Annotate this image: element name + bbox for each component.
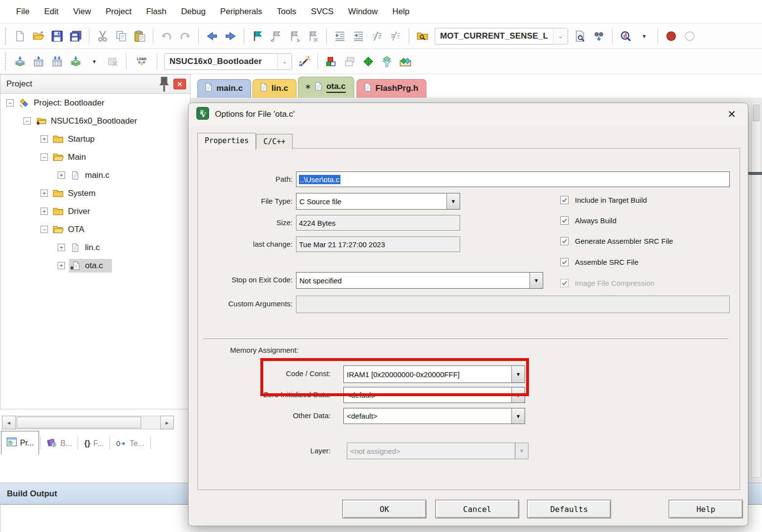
pack-installer-icon[interactable] [359, 52, 378, 71]
editor-tab-main-c[interactable]: main.c [197, 79, 251, 98]
bookmark-toggle-icon[interactable] [248, 27, 267, 45]
checkbox-always-build[interactable]: Always Build [560, 216, 616, 225]
checkbox-assemble-src-file[interactable]: Assemble SRC File [560, 258, 638, 266]
scrollbar-thumb[interactable] [753, 105, 760, 121]
checkbox-include-in-target-build[interactable]: Include in Target Build [560, 196, 647, 204]
stop-build-icon[interactable] [104, 52, 122, 71]
panel-tab-b[interactable]: ?B... [42, 433, 77, 454]
dropdown-caret-icon[interactable]: ▼ [635, 27, 654, 45]
tree-item-ota[interactable]: −OTA [0, 220, 190, 238]
other-data-combo[interactable]: <default>▼ [343, 408, 525, 424]
cut-icon[interactable] [93, 27, 112, 45]
horizontal-scrollbar[interactable]: ◄ ► [2, 415, 174, 430]
comment-icon[interactable] [368, 27, 386, 45]
expand-icon[interactable]: + [58, 244, 65, 251]
menu-tools[interactable]: Tools [270, 5, 304, 19]
bookmark-next-icon[interactable] [285, 27, 304, 45]
cancel-button[interactable]: Cancel [435, 500, 519, 518]
collapse-icon[interactable]: − [41, 226, 48, 233]
tree-item-body[interactable]: lin.c [69, 241, 108, 255]
panel-tab-te[interactable]: 0Te... [111, 433, 149, 454]
collapse-icon[interactable]: − [6, 99, 14, 106]
paste-icon[interactable] [130, 27, 149, 45]
panel-tab-pr[interactable]: Pr... [1, 431, 39, 454]
ok-button[interactable]: OK [342, 500, 426, 518]
tree-item-system[interactable]: +System [0, 184, 190, 202]
dialog-tab-c-c-[interactable]: C/C++ [256, 134, 293, 149]
checkbox-check-icon[interactable] [560, 258, 569, 266]
menu-svcs[interactable]: SVCS [304, 5, 341, 19]
tree-item-body[interactable]: main.c [69, 169, 118, 182]
tree-item-ota-c[interactable]: +ota.c [0, 256, 190, 275]
combo-arrow-icon[interactable]: ▼ [511, 387, 525, 403]
custom-arguments-input[interactable] [296, 296, 730, 313]
save-icon[interactable] [48, 27, 66, 45]
open-folder-icon[interactable] [29, 27, 48, 45]
tree-item-body[interactable]: Project: Bootloader [18, 96, 113, 110]
dialog-title-bar[interactable]: µV Options for File 'ota.c' ✕ [189, 103, 748, 126]
tree-item-driver[interactable]: +Driver [0, 202, 190, 220]
close-panel-button[interactable]: ✕ [173, 79, 186, 89]
dialog-close-icon[interactable]: ✕ [723, 106, 740, 122]
nav-forward-icon[interactable] [221, 27, 240, 45]
menu-debug[interactable]: Debug [174, 5, 213, 19]
component-viewer-icon[interactable] [340, 52, 359, 71]
pin-icon[interactable] [158, 78, 170, 90]
load-icon[interactable]: LOAD [130, 52, 153, 71]
combo-arrow-icon[interactable]: ▼ [511, 408, 525, 424]
tree-item-main[interactable]: −Main [0, 148, 190, 166]
select-packs-icon[interactable] [378, 52, 396, 71]
translate-file-icon[interactable] [11, 52, 29, 71]
collapse-icon[interactable]: − [23, 117, 31, 125]
manage-rte-icon[interactable] [322, 52, 340, 71]
scrollbar-thumb[interactable] [17, 417, 141, 428]
incremental-find-icon[interactable] [590, 27, 608, 45]
stop-on-exit-combo[interactable]: Not specified▼ [296, 272, 543, 289]
menu-view[interactable]: View [66, 5, 99, 19]
new-file-icon[interactable] [11, 27, 29, 45]
indent-icon[interactable] [349, 27, 368, 45]
expand-icon[interactable]: + [41, 190, 48, 197]
checkbox-generate-assembler-src-file[interactable]: Generate Assembler SRC File [560, 237, 673, 245]
undo-icon[interactable] [157, 27, 176, 45]
help-button[interactable]: Help [669, 500, 743, 518]
expand-icon[interactable]: + [58, 262, 65, 269]
collapse-icon[interactable]: − [41, 153, 48, 161]
tree-item-body[interactable]: Driver [52, 205, 99, 218]
menu-edit[interactable]: Edit [37, 5, 65, 19]
tree-item-body[interactable]: System [52, 187, 105, 200]
chevron-down-icon[interactable]: ⌄ [277, 54, 292, 69]
expand-icon[interactable]: + [58, 171, 65, 179]
combo-arrow-icon[interactable]: ▼ [446, 193, 460, 209]
target-select-combo[interactable]: NSUC16x0_Bootloader⌄ [164, 53, 292, 70]
nav-back-icon[interactable] [203, 27, 221, 45]
tree-item-body[interactable]: ota.c [69, 259, 112, 273]
expand-icon[interactable]: + [41, 135, 48, 143]
find-in-files-icon[interactable] [413, 27, 432, 45]
dropdown-caret-icon[interactable]: ▼ [85, 52, 104, 71]
bookmark-prev-icon[interactable] [267, 27, 285, 45]
build-target-icon[interactable] [29, 52, 48, 71]
code-const-combo[interactable]: IRAM1 [0x20000000-0x20000FFF]▼ [343, 365, 525, 383]
tree-item-body[interactable]: Startup [52, 132, 104, 146]
menu-file[interactable]: File [9, 5, 37, 19]
tree-item-body[interactable]: OTA [52, 223, 93, 236]
scroll-left-button[interactable]: ◄ [2, 416, 16, 429]
tree-item-lin-c[interactable]: +lin.c [0, 238, 190, 256]
quick-search-icon[interactable]: d [616, 27, 635, 45]
tree-item-body[interactable]: NSUC16x0_Bootloader [35, 114, 146, 128]
uncomment-icon[interactable] [386, 27, 405, 45]
tree-item-startup[interactable]: +Startup [0, 130, 190, 148]
target-options-icon[interactable] [295, 52, 314, 71]
combo-arrow-icon[interactable]: ▼ [529, 273, 543, 288]
scroll-right-button[interactable]: ► [160, 416, 174, 429]
bookmark-clear-icon[interactable] [304, 27, 322, 45]
save-all-icon[interactable] [66, 27, 85, 45]
editor-tab-lin-c[interactable]: lin.c [253, 79, 296, 98]
editor-tab-ota-c[interactable]: ota.c [298, 77, 354, 98]
scrollbar-track[interactable] [16, 416, 160, 429]
tree-item-project-bootloader[interactable]: −Project: Bootloader [0, 94, 190, 112]
checkbox-check-icon[interactable] [560, 216, 569, 225]
software-packs-icon[interactable] [396, 52, 415, 71]
path-input[interactable]: ..\User\ota.c [296, 171, 730, 187]
